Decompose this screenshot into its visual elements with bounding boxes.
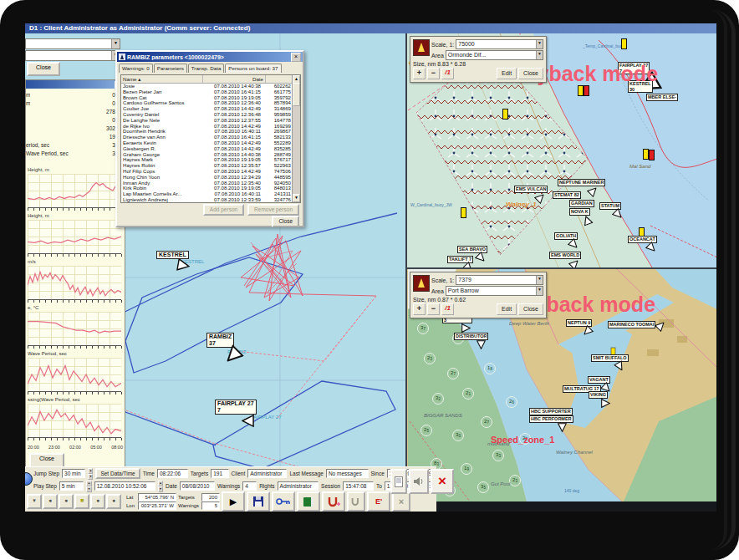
vessel-target[interactable]: MARINECO TOOMAI xyxy=(608,321,655,328)
edit-button[interactable]: Edit xyxy=(497,68,517,79)
table-row[interactable]: Eeraerts Kevin 07.08.2010 14:42:49 55228… xyxy=(121,140,293,146)
weather-combo-2[interactable]: ▼ xyxy=(25,50,120,61)
log-book-button[interactable] xyxy=(297,491,320,512)
dialog-tab[interactable]: Transp. Data xyxy=(188,64,225,73)
acquire-target-button[interactable] xyxy=(322,491,345,512)
chevron-down-icon[interactable]: ▼ xyxy=(536,39,543,49)
alarm-dismiss-button[interactable]: × xyxy=(431,469,454,494)
area-select[interactable]: Port Barrow▼ xyxy=(446,286,543,296)
table-row[interactable]: Ligniewich Andrezej 07.08.2010 12:33:59 … xyxy=(121,197,293,203)
media-button[interactable]: ● xyxy=(43,494,58,509)
zoom-in-button[interactable]: + xyxy=(413,68,426,79)
weather-combo-1[interactable]: ▼ xyxy=(25,38,120,49)
map-panel-offshore[interactable]: Playback mode Scale, 1: 75000▼ Area Ormo… xyxy=(405,33,716,269)
table-row[interactable]: Inman Andy 07.08.2010 12:35:40 924050 xyxy=(121,181,293,186)
vessel-target[interactable]: MBER ELSE- xyxy=(646,94,678,101)
table-row[interactable]: Brown Cat 07.08.2010 19:19:05 359792 xyxy=(121,95,293,101)
scroll-down-icon[interactable]: ▼ xyxy=(293,194,300,202)
vessel-target[interactable]: EMS WORLD xyxy=(549,252,581,259)
chevron-down-icon[interactable]: ▼ xyxy=(111,39,120,48)
weather-window-titlebar[interactable]: × xyxy=(26,80,125,89)
vessel-target[interactable]: HBC PERFORMER xyxy=(529,415,573,423)
table-header[interactable]: Name ▴ Date ID xyxy=(121,75,300,84)
vessel-target[interactable]: OCEANCAT xyxy=(628,236,657,243)
set-date-time-button[interactable]: Set Data/Time xyxy=(95,468,140,479)
media-button[interactable]: ● xyxy=(59,494,74,509)
media-button[interactable]: ▾ xyxy=(27,494,42,509)
chevron-down-icon[interactable]: ▼ xyxy=(536,275,543,285)
scale-reset-button[interactable]: /1 xyxy=(441,303,454,315)
edit-button[interactable]: Edit xyxy=(497,303,517,315)
table-row[interactable]: Doornhein Hendrik 07.08.2010 16:40:11 26… xyxy=(121,129,293,135)
vessel-target[interactable]: VIKING xyxy=(589,391,608,399)
vessel-target[interactable]: TAKLIFT 7 xyxy=(447,256,473,263)
jump-step-spinner[interactable]: ▲▼ xyxy=(88,468,93,480)
media-button[interactable]: ● xyxy=(90,494,105,509)
table-row[interactable]: Bezen Pieter Jan 07.08.2010 16:41:15 661… xyxy=(121,89,293,95)
vessel-target[interactable]: DISTRIBUTOR xyxy=(454,333,488,340)
table-row[interactable]: Giesbergen R. 07.08.2010 14:42:49 835285 xyxy=(121,146,293,152)
vessel-target[interactable]: FAIRPLAY 277 xyxy=(215,400,257,415)
scrollbar-thumb[interactable] xyxy=(293,83,300,106)
vessel-target[interactable]: NOVA K xyxy=(569,208,590,216)
drop-target-button[interactable] xyxy=(347,491,365,512)
vessel-target[interactable]: VAGANT xyxy=(588,376,610,384)
playback-datetime-value[interactable]: 12.08.2010 10:52:06 xyxy=(94,481,155,491)
dialog-titlebar[interactable]: RAMBIZ parameters <1000022479> × xyxy=(117,52,303,62)
table-row[interactable]: Haynes Robin 07.08.2010 12:35:57 522963 xyxy=(121,163,293,169)
media-button[interactable]: ■ xyxy=(74,494,89,509)
datetime-spinner[interactable]: ▲▼ xyxy=(158,481,163,492)
vessel-target[interactable]: NEPTUN 9 xyxy=(566,319,592,327)
scale-select[interactable]: 75000▼ xyxy=(456,39,543,49)
save-button[interactable] xyxy=(247,491,270,512)
vessel-target[interactable]: EMS VULCAN xyxy=(514,186,548,193)
window-titlebar[interactable]: D1 : Client Administrator as Administrat… xyxy=(25,23,716,33)
dialog-tab[interactable]: Parameters xyxy=(154,64,187,73)
table-row[interactable]: Lap Maarten Cornelis Ar... 07.08.2010 16… xyxy=(121,191,293,197)
table-row[interactable]: de Rijke Ivo 07.08.2010 14:42:49 169299 xyxy=(121,124,293,130)
dialog-tab[interactable]: Warnings: 0 xyxy=(119,64,153,73)
chevron-down-icon[interactable]: ▼ xyxy=(536,50,543,60)
table-row[interactable]: Graham George 07.08.2010 14:40:38 288749 xyxy=(121,152,293,158)
vessel-target[interactable]: STEMAT 82 xyxy=(553,191,581,199)
message-log-button[interactable] xyxy=(390,469,407,494)
scale-select[interactable]: 7379▼ xyxy=(456,275,543,285)
play-step-value[interactable]: 5 min xyxy=(59,481,84,491)
vessel-target[interactable]: GARDIAN xyxy=(569,200,594,207)
map-panel-port[interactable]: Playback mode Scale, 1: 7379▼ Area Port … xyxy=(405,269,716,501)
close-button[interactable]: Close xyxy=(518,303,543,315)
remove-person-button[interactable]: Remove person xyxy=(247,204,299,216)
zoom-out-button[interactable]: − xyxy=(427,303,440,315)
vessel-target[interactable]: NEPTUNE MARINER xyxy=(558,179,605,186)
table-row[interactable]: Kirk Robin 07.08.2010 19:19:05 848013 xyxy=(121,186,293,191)
table-row[interactable]: Driessche van Ann 07.08.2010 16:41:15 58… xyxy=(121,135,293,140)
vessel-target[interactable]: SEA BRAVO xyxy=(457,246,487,253)
play-step-spinner[interactable]: ▲▼ xyxy=(86,481,91,492)
close-button[interactable]: Close xyxy=(518,68,543,79)
vessel-target[interactable]: KESTREL xyxy=(156,251,189,259)
scale-reset-button[interactable]: /1 xyxy=(441,68,454,79)
dialog-close-button[interactable]: Close xyxy=(272,216,299,227)
dialog-tab[interactable]: Persons on board: 37 xyxy=(225,64,281,73)
table-row[interactable]: Hof Filip Cops 07.08.2010 14:42:49 74750… xyxy=(121,169,293,175)
sound-alarm-button[interactable] xyxy=(409,469,429,494)
vessel-target[interactable]: STATUM xyxy=(599,202,621,210)
table-row[interactable]: Josie 07.08.2010 14:40:38 602262 xyxy=(121,84,293,89)
add-person-button[interactable]: Add person xyxy=(203,204,244,216)
vessel-target[interactable]: RAMBIZ37 xyxy=(206,333,234,348)
table-row[interactable]: Haynes Mark 07.08.2010 19:19:05 576717 xyxy=(121,157,293,163)
vessel-target[interactable]: SMIT BUFFALO xyxy=(591,354,629,362)
key-button[interactable] xyxy=(272,491,295,512)
zoom-out-button[interactable]: − xyxy=(427,68,440,79)
jump-step-value[interactable]: 30 min xyxy=(62,469,85,478)
table-row[interactable]: Coventry Daniel 07.08.2010 12:36:48 9598… xyxy=(121,112,293,118)
media-button[interactable]: ● xyxy=(106,494,121,509)
vessel-target[interactable]: GOLIATH xyxy=(554,232,578,240)
area-select[interactable]: Ormonde Dif...▼ xyxy=(446,50,543,60)
vessel-target[interactable]: HBC SUPPORTER xyxy=(529,408,573,415)
play-button[interactable]: ▶ xyxy=(222,491,245,512)
weather-close-top-button[interactable]: Close xyxy=(27,62,60,76)
table-scrollbar[interactable]: ▲ ▼ xyxy=(292,75,300,202)
table-row[interactable]: Hong Chin Yoon 07.08.2010 12:34:29 44859… xyxy=(121,175,293,181)
clear-button[interactable]: × xyxy=(392,491,410,512)
